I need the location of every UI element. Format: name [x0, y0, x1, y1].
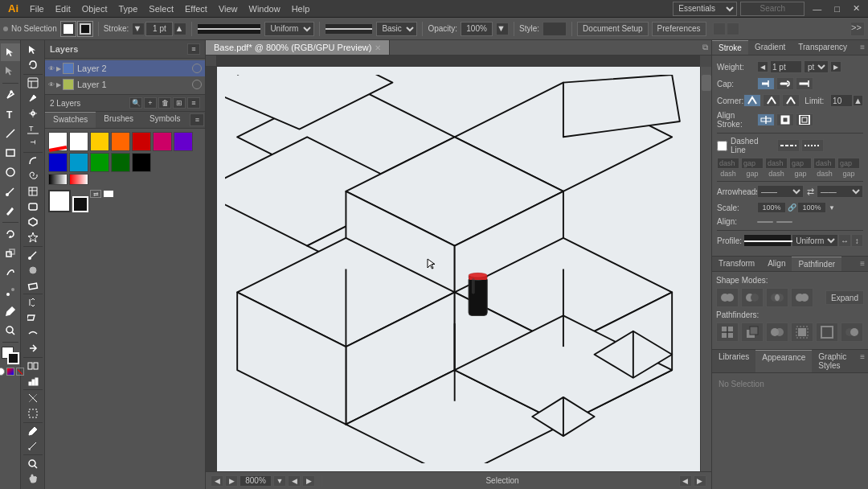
tool-2-slice-select[interactable] — [23, 407, 43, 421]
profile-flip-v-btn[interactable]: ↕ — [851, 234, 863, 247]
menu-effect[interactable]: Effect — [180, 2, 212, 15]
swatch-yellow[interactable] — [90, 132, 109, 151]
tool-2-erase[interactable] — [23, 278, 43, 292]
tool-2-type-area[interactable]: T — [23, 121, 43, 135]
tool-2-roundrect[interactable] — [23, 200, 43, 214]
tab-symbols[interactable]: Symbols — [141, 112, 188, 128]
dash-input-1[interactable] — [717, 158, 739, 169]
cap-round-btn[interactable] — [776, 77, 794, 90]
tab-gradient[interactable]: Gradient — [748, 40, 792, 55]
shape-intersect-btn[interactable] — [766, 288, 788, 307]
gap-input-2[interactable] — [789, 158, 812, 169]
dash-style-2[interactable] — [801, 139, 824, 152]
swatch-blue[interactable] — [48, 153, 68, 172]
tool-2-pen[interactable] — [23, 92, 43, 105]
essentials-dropdown[interactable]: Essentials — [673, 2, 737, 16]
dash-input-3[interactable] — [813, 158, 836, 169]
shape-minus-front-btn[interactable] — [741, 288, 764, 307]
weight-input[interactable] — [770, 60, 802, 73]
opacity-arrow[interactable]: ▼ — [496, 23, 509, 35]
zoom-next-btn[interactable]: ▶ — [302, 475, 315, 487]
tab-pathfinder[interactable]: Pathfinder — [792, 257, 841, 271]
fill-color-box[interactable] — [60, 21, 76, 37]
tool-2-spiral[interactable] — [23, 170, 43, 183]
canvas-viewport[interactable]: .iso-path { fill: #e8ecef; stroke: #111;… — [217, 67, 700, 471]
corner-miter-btn[interactable] — [743, 94, 761, 107]
tool-2-hand[interactable] — [23, 472, 43, 486]
swatch-pink[interactable] — [153, 132, 172, 151]
layers-menu-btn[interactable]: ≡ — [187, 43, 200, 55]
layers-add-btn[interactable]: + — [144, 97, 157, 109]
tool-eyedropper[interactable] — [1, 302, 20, 320]
align-btn[interactable] — [713, 23, 726, 35]
swatch-grad-rw[interactable] — [69, 174, 88, 185]
menu-file[interactable]: File — [25, 2, 49, 15]
scroll-thumb-v[interactable] — [702, 75, 711, 91]
align-outside-btn[interactable] — [796, 113, 813, 126]
swatch-cyan[interactable] — [69, 153, 88, 172]
swatch-red[interactable] — [132, 132, 151, 151]
scale-end-input[interactable] — [797, 202, 826, 213]
tab-brushes[interactable]: Brushes — [96, 112, 141, 128]
panel-options-btn[interactable]: ≡ — [857, 40, 868, 55]
menu-edit[interactable]: Edit — [51, 2, 76, 15]
layer-expand-icon2[interactable]: ▶ — [56, 81, 61, 88]
transform-btn[interactable] — [727, 23, 739, 35]
tool-pencil[interactable] — [1, 202, 20, 220]
pf-divide-btn[interactable] — [716, 323, 739, 342]
dashed-line-checkbox[interactable] — [717, 141, 727, 151]
stroke-profile-select[interactable]: Uniform — [264, 22, 314, 36]
layers-grid-btn[interactable]: ⊞ — [173, 97, 186, 109]
tool-2-anchor[interactable] — [23, 106, 43, 120]
swap-colors-btn[interactable]: ⇄ — [90, 190, 101, 198]
weight-increase-btn[interactable]: ▶ — [830, 61, 841, 72]
tool-2-width[interactable] — [23, 342, 43, 355]
layer-eye-icon2[interactable]: 👁 — [48, 81, 55, 88]
color-mode-btn[interactable] — [0, 368, 5, 376]
swatch-green[interactable] — [90, 153, 109, 172]
menu-type[interactable]: Type — [114, 2, 143, 15]
canvas-prev-btn[interactable]: ◀ — [679, 475, 692, 487]
stroke-box[interactable] — [72, 196, 88, 212]
corner-round-btn[interactable] — [763, 94, 780, 107]
cap-square-btn[interactable] — [796, 77, 813, 90]
stroke-up-btn[interactable]: ▲ — [174, 23, 186, 35]
layer-expand-icon[interactable]: ▶ — [56, 65, 61, 72]
layer-target-circle2[interactable] — [192, 80, 202, 89]
tool-type[interactable]: T — [1, 105, 20, 123]
tab-align[interactable]: Align — [761, 257, 792, 271]
tool-rect[interactable] — [1, 144, 20, 162]
stroke-color-box[interactable] — [77, 21, 93, 37]
scale-options-btn[interactable]: ▼ — [826, 202, 837, 213]
menu-view[interactable]: View — [214, 2, 243, 15]
scale-link-btn[interactable]: 🔗 — [786, 202, 797, 213]
tool-2-zoom[interactable] — [23, 457, 43, 471]
tool-2-shear[interactable] — [23, 311, 43, 325]
zoom-dropdown-btn[interactable]: ▼ — [273, 475, 286, 487]
profile-select[interactable]: Uniform — [792, 234, 838, 247]
arrow-swap-btn[interactable]: ⇄ — [804, 185, 817, 198]
style-preview[interactable] — [542, 22, 567, 36]
scrollbar-vertical[interactable] — [700, 67, 711, 471]
minimize-btn[interactable]: — — [808, 2, 826, 15]
arrow-start-select[interactable]: —— — [757, 185, 804, 198]
tool-scale[interactable] — [1, 244, 20, 262]
fill-box[interactable] — [48, 190, 71, 212]
tool-2-star[interactable] — [23, 231, 43, 244]
pf-merge-btn[interactable] — [766, 323, 788, 342]
close-btn[interactable]: ✕ — [848, 2, 865, 15]
weight-unit-select[interactable]: pt — [804, 60, 829, 73]
dash-input-2[interactable] — [765, 158, 788, 169]
tool-2-polygon[interactable] — [23, 216, 43, 229]
tool-rotate[interactable] — [1, 225, 20, 243]
search-input[interactable] — [740, 2, 805, 16]
align-center-btn[interactable] — [757, 113, 775, 126]
expand-btn[interactable]: Expand — [825, 290, 864, 305]
tool-2-reshape[interactable] — [23, 327, 43, 340]
tool-2-dropper[interactable] — [23, 424, 43, 438]
profile-flip-h-btn[interactable]: ↔ — [838, 234, 850, 247]
maximize-btn[interactable]: □ — [829, 2, 845, 15]
canvas-arrange-btn[interactable]: ⧉ — [699, 40, 711, 55]
tool-2-grid[interactable] — [23, 185, 43, 199]
tool-pen[interactable] — [1, 86, 20, 104]
